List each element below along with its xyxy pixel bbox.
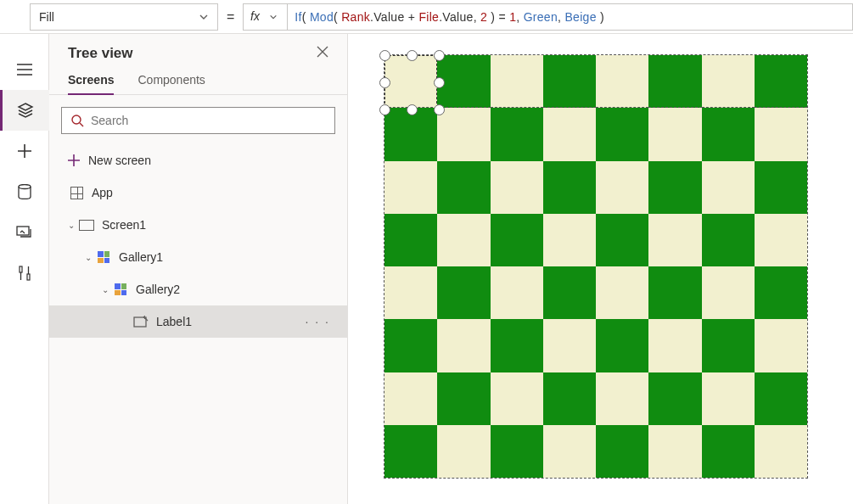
rail-tree-view[interactable] xyxy=(0,90,49,131)
tree-item-gallery1[interactable]: ⌄ Gallery1 xyxy=(49,241,347,273)
board-cell[interactable] xyxy=(596,425,648,478)
formula-input[interactable]: If( Mod( Rank.Value + File.Value, 2 ) = … xyxy=(287,3,853,31)
board-cell[interactable] xyxy=(702,161,755,214)
board-cell[interactable] xyxy=(702,214,755,266)
tree-item-label1[interactable]: Label1 · · · xyxy=(49,305,347,338)
tree-item-app[interactable]: App xyxy=(49,176,347,209)
board-cell[interactable] xyxy=(755,108,807,160)
media-icon xyxy=(16,226,33,239)
board-cell[interactable] xyxy=(702,266,755,319)
fx-icon: fx xyxy=(250,10,266,24)
board-cell[interactable] xyxy=(384,425,437,478)
board-cell[interactable] xyxy=(491,372,543,425)
board-cell[interactable] xyxy=(437,108,490,160)
board-cell[interactable] xyxy=(648,214,701,266)
board-cell[interactable] xyxy=(543,55,596,108)
search-input[interactable] xyxy=(91,114,326,127)
board-cell[interactable] xyxy=(702,425,755,478)
selection-handle[interactable] xyxy=(379,50,390,61)
rail-hamburger[interactable] xyxy=(0,49,49,90)
board-cell[interactable] xyxy=(648,108,701,160)
board-cell[interactable] xyxy=(755,425,807,478)
board-cell[interactable] xyxy=(648,425,701,478)
board-cell[interactable] xyxy=(384,55,437,108)
board-cell[interactable] xyxy=(755,266,807,319)
board-cell[interactable] xyxy=(755,161,807,214)
formula-bar: Fill = fx If( Mod( Rank.Value + File.Val… xyxy=(0,0,853,34)
selection-handle[interactable] xyxy=(379,77,390,88)
rail-data[interactable] xyxy=(0,171,49,212)
rail-media[interactable] xyxy=(0,212,49,253)
board-cell[interactable] xyxy=(491,108,543,160)
board-cell[interactable] xyxy=(384,319,437,372)
board-cell[interactable] xyxy=(491,55,543,108)
board-cell[interactable] xyxy=(543,161,596,214)
fx-button[interactable]: fx xyxy=(243,3,287,31)
board-cell[interactable] xyxy=(648,319,701,372)
board-cell[interactable] xyxy=(437,372,490,425)
layers-icon xyxy=(17,102,34,119)
board-cell[interactable] xyxy=(543,108,596,160)
board-cell[interactable] xyxy=(543,319,596,372)
board-cell[interactable] xyxy=(384,266,437,319)
board-cell[interactable] xyxy=(702,319,755,372)
board-cell[interactable] xyxy=(648,266,701,319)
svg-point-1 xyxy=(19,185,31,189)
tree-search[interactable] xyxy=(61,107,335,134)
tab-screens[interactable]: Screens xyxy=(68,73,114,95)
board-cell[interactable] xyxy=(437,161,490,214)
board-cell[interactable] xyxy=(596,214,648,266)
board-cell[interactable] xyxy=(596,55,648,108)
board-cell[interactable] xyxy=(596,372,648,425)
board-cell[interactable] xyxy=(543,266,596,319)
board-cell[interactable] xyxy=(437,55,490,108)
board-cell[interactable] xyxy=(702,108,755,160)
board-cell[interactable] xyxy=(384,108,437,160)
tree-item-more[interactable]: · · · xyxy=(306,315,330,328)
tree-item-screen1[interactable]: ⌄ Screen1 xyxy=(49,209,347,241)
board-cell[interactable] xyxy=(648,372,701,425)
board-cell[interactable] xyxy=(596,161,648,214)
tree-item-gallery2[interactable]: ⌄ Gallery2 xyxy=(49,273,347,305)
board-cell[interactable] xyxy=(384,372,437,425)
selection-handle[interactable] xyxy=(407,50,418,61)
board-cell[interactable] xyxy=(491,266,543,319)
board-cell[interactable] xyxy=(384,161,437,214)
board-cell[interactable] xyxy=(543,214,596,266)
svg-rect-6 xyxy=(134,317,146,327)
board-cell[interactable] xyxy=(437,319,490,372)
tab-components[interactable]: Components xyxy=(137,73,205,94)
search-icon xyxy=(70,114,84,127)
rail-insert[interactable] xyxy=(0,131,49,171)
board-cell[interactable] xyxy=(491,425,543,478)
board-cell[interactable] xyxy=(755,55,807,108)
new-screen-button[interactable]: New screen xyxy=(49,144,347,176)
board-cell[interactable] xyxy=(648,55,701,108)
board-cell[interactable] xyxy=(755,372,807,425)
chevron-down-icon xyxy=(269,13,278,21)
tree-view-close[interactable] xyxy=(317,46,328,61)
board-cell[interactable] xyxy=(702,55,755,108)
canvas[interactable] xyxy=(348,34,853,504)
board-cell[interactable] xyxy=(596,319,648,372)
board-cell[interactable] xyxy=(755,214,807,266)
board-cell[interactable] xyxy=(596,266,648,319)
rail-tools[interactable] xyxy=(0,253,49,294)
board-cell[interactable] xyxy=(491,214,543,266)
board-cell[interactable] xyxy=(437,266,490,319)
board-cell[interactable] xyxy=(755,319,807,372)
board-cell[interactable] xyxy=(702,372,755,425)
board-cell[interactable] xyxy=(384,214,437,266)
equals-label: = xyxy=(227,9,234,25)
board-cell[interactable] xyxy=(491,319,543,372)
board-cell[interactable] xyxy=(437,425,490,478)
property-selector[interactable]: Fill xyxy=(30,3,218,31)
board-cell[interactable] xyxy=(596,108,648,160)
board-cell[interactable] xyxy=(648,161,701,214)
board-cell[interactable] xyxy=(491,161,543,214)
board-cell[interactable] xyxy=(543,425,596,478)
checkerboard-gallery[interactable] xyxy=(384,54,808,479)
board-cell[interactable] xyxy=(437,214,490,266)
board-cell[interactable] xyxy=(543,372,596,425)
svg-point-5 xyxy=(72,115,81,124)
